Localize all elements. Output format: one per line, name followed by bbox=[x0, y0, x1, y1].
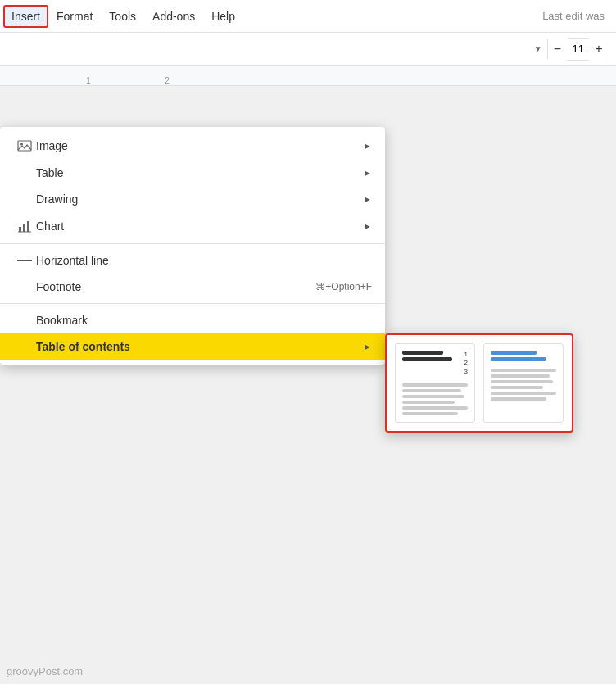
svg-rect-2 bbox=[19, 227, 21, 232]
bookmark-label: Bookmark bbox=[36, 314, 372, 327]
font-size-increase[interactable]: + bbox=[589, 38, 609, 61]
toc-numbered-header: 123 bbox=[402, 351, 468, 376]
toc-arrow: ► bbox=[363, 342, 372, 351]
font-size-control: − 11 + bbox=[547, 38, 609, 61]
menu-item-footnote[interactable]: Footnote ⌘+Option+F bbox=[0, 274, 385, 300]
last-edit-text: Last edit was bbox=[542, 10, 613, 22]
document-area: Image ► Table ► Drawing ► bbox=[0, 86, 616, 684]
insert-dropdown-menu: Image ► Table ► Drawing ► bbox=[0, 127, 385, 365]
menu-item-drawing[interactable]: Drawing ► bbox=[0, 186, 385, 212]
drawing-label: Drawing bbox=[36, 193, 363, 206]
menu-item-addons[interactable]: Add-ons bbox=[144, 5, 203, 28]
svg-point-1 bbox=[20, 143, 23, 146]
svg-rect-3 bbox=[23, 224, 25, 232]
menu-item-image[interactable]: Image ► bbox=[0, 132, 385, 160]
toc-option-numbered[interactable]: 123 bbox=[395, 343, 475, 423]
ruler-mark-2: 2 bbox=[128, 76, 206, 85]
menu-item-toc[interactable]: Table of contents ► 123 bbox=[0, 333, 385, 360]
chart-label: Chart bbox=[36, 220, 363, 233]
footnote-shortcut: ⌘+Option+F bbox=[315, 281, 372, 292]
image-arrow: ► bbox=[363, 141, 372, 151]
font-dropdown-arrow[interactable]: ▼ bbox=[534, 44, 542, 53]
font-size-decrease[interactable]: − bbox=[548, 38, 568, 61]
image-icon bbox=[13, 138, 36, 153]
toc-label: Table of contents bbox=[36, 340, 363, 353]
hline-label: Horizontal line bbox=[36, 254, 372, 267]
menu-item-hline[interactable]: Horizontal line bbox=[0, 247, 385, 274]
drawing-arrow: ► bbox=[363, 194, 372, 204]
svg-rect-4 bbox=[27, 221, 29, 232]
menu-item-format[interactable]: Format bbox=[48, 5, 101, 28]
menu-item-tools[interactable]: Tools bbox=[101, 5, 144, 28]
footnote-label: Footnote bbox=[36, 280, 315, 293]
toc-page-numbers: 123 bbox=[464, 351, 468, 376]
menu-item-insert[interactable]: Insert bbox=[3, 5, 48, 28]
table-label: Table bbox=[36, 166, 363, 179]
image-label: Image bbox=[36, 139, 363, 152]
menu-item-table[interactable]: Table ► bbox=[0, 160, 385, 186]
menu-bar: Insert Format Tools Add-ons Help Last ed… bbox=[0, 0, 616, 33]
menu-item-chart[interactable]: Chart ► bbox=[0, 212, 385, 240]
toc-option-linked[interactable] bbox=[483, 343, 564, 423]
toolbar: ▼ − 11 + bbox=[0, 33, 616, 66]
svg-rect-0 bbox=[18, 141, 31, 151]
watermark: groovyPost.com bbox=[7, 665, 83, 677]
chart-arrow: ► bbox=[363, 221, 372, 231]
toc-submenu: 123 bbox=[385, 333, 573, 433]
menu-item-bookmark[interactable]: Bookmark bbox=[0, 307, 385, 333]
separator-1 bbox=[0, 243, 385, 244]
separator-2 bbox=[0, 303, 385, 304]
font-size-value: 11 bbox=[568, 43, 589, 55]
chart-icon bbox=[13, 219, 36, 233]
menu-item-help[interactable]: Help bbox=[203, 5, 243, 28]
table-arrow: ► bbox=[363, 168, 372, 178]
ruler: 1 2 bbox=[0, 66, 616, 86]
toc-line-2 bbox=[402, 357, 452, 361]
toc-line-1 bbox=[402, 351, 443, 355]
ruler-mark-1: 1 bbox=[49, 76, 128, 85]
hline-icon bbox=[13, 259, 36, 262]
